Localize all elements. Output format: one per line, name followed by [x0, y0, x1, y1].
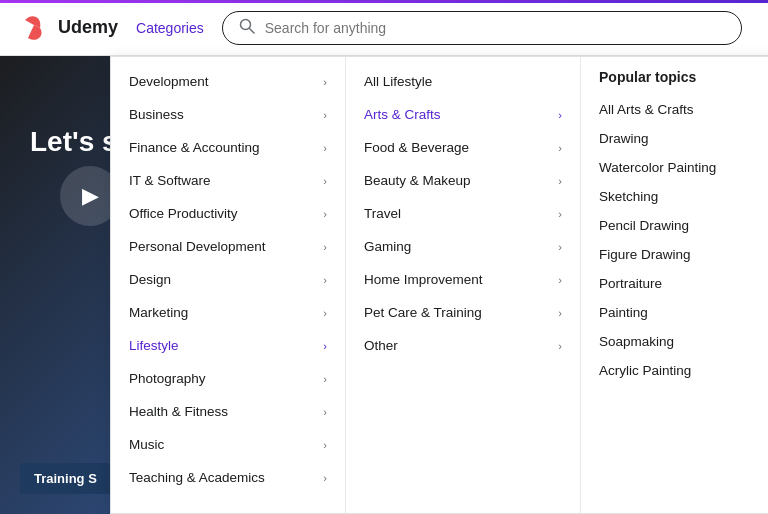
popular-topics-col: Popular topics All Arts & CraftsDrawingW…	[581, 57, 768, 513]
sidebar-item-lifestyle[interactable]: Lifestyle›	[111, 329, 345, 362]
categories-nav[interactable]: Categories	[136, 20, 204, 36]
chevron-right-icon: ›	[323, 406, 327, 418]
sidebar-item-photography[interactable]: Photography›	[111, 362, 345, 395]
chevron-right-icon: ›	[558, 307, 562, 319]
sidebar-item-office-productivity[interactable]: Office Productivity›	[111, 197, 345, 230]
popular-topics-header: Popular topics	[581, 69, 768, 95]
sidebar-item-business[interactable]: Business›	[111, 98, 345, 131]
chevron-right-icon: ›	[558, 340, 562, 352]
lifestyle-item-home-improvement[interactable]: Home Improvement›	[346, 263, 580, 296]
popular-item-portraiture[interactable]: Portraiture	[581, 269, 768, 298]
sidebar-item-music[interactable]: Music›	[111, 428, 345, 461]
sidebar-item-development[interactable]: Development›	[111, 65, 345, 98]
svg-line-1	[249, 28, 254, 33]
sidebar-item-personal-development[interactable]: Personal Development›	[111, 230, 345, 263]
lifestyle-item-gaming[interactable]: Gaming›	[346, 230, 580, 263]
chevron-right-icon: ›	[323, 109, 327, 121]
search-icon	[239, 18, 255, 38]
chevron-right-icon: ›	[323, 472, 327, 484]
popular-item-figure-drawing[interactable]: Figure Drawing	[581, 240, 768, 269]
chevron-right-icon: ›	[323, 76, 327, 88]
popular-item-soapmaking[interactable]: Soapmaking	[581, 327, 768, 356]
popular-item-sketching[interactable]: Sketching	[581, 182, 768, 211]
search-input[interactable]	[265, 20, 725, 36]
chevron-right-icon: ›	[558, 241, 562, 253]
lifestyle-item-travel[interactable]: Travel›	[346, 197, 580, 230]
chevron-right-icon: ›	[323, 340, 327, 352]
popular-item-painting[interactable]: Painting	[581, 298, 768, 327]
sidebar-item-teaching--academics[interactable]: Teaching & Academics›	[111, 461, 345, 494]
chevron-right-icon: ›	[323, 274, 327, 286]
lifestyle-item-all-lifestyle[interactable]: All Lifestyle	[346, 65, 580, 98]
chevron-right-icon: ›	[558, 109, 562, 121]
sidebar-item-marketing[interactable]: Marketing›	[111, 296, 345, 329]
sidebar-item-it--software[interactable]: IT & Software›	[111, 164, 345, 197]
popular-item-drawing[interactable]: Drawing	[581, 124, 768, 153]
popular-item-all-arts--crafts[interactable]: All Arts & Crafts	[581, 95, 768, 124]
udemy-logo-icon	[20, 12, 52, 44]
lifestyle-item-pet-care--training[interactable]: Pet Care & Training›	[346, 296, 580, 329]
chevron-right-icon: ›	[558, 274, 562, 286]
chevron-right-icon: ›	[323, 307, 327, 319]
hero-title: Let's s	[30, 126, 118, 158]
popular-item-acrylic-painting[interactable]: Acrylic Painting	[581, 356, 768, 385]
search-bar	[222, 11, 742, 45]
chevron-right-icon: ›	[323, 142, 327, 154]
lifestyle-item-food--beverage[interactable]: Food & Beverage›	[346, 131, 580, 164]
categories-dropdown: Development›Business›Finance & Accountin…	[110, 56, 768, 514]
training-badge: Training S	[20, 463, 111, 494]
sidebar-item-finance--accounting[interactable]: Finance & Accounting›	[111, 131, 345, 164]
chevron-right-icon: ›	[558, 208, 562, 220]
lifestyle-item-other[interactable]: Other›	[346, 329, 580, 362]
chevron-right-icon: ›	[323, 208, 327, 220]
chevron-right-icon: ›	[323, 241, 327, 253]
chevron-right-icon: ›	[323, 373, 327, 385]
lifestyle-item-beauty--makeup[interactable]: Beauty & Makeup›	[346, 164, 580, 197]
hero-content: Let's s	[30, 126, 118, 158]
main-categories-col: Development›Business›Finance & Accountin…	[111, 57, 346, 513]
lifestyle-subcategories-col: All LifestyleArts & Crafts›Food & Bevera…	[346, 57, 581, 513]
popular-item-watercolor-painting[interactable]: Watercolor Painting	[581, 153, 768, 182]
logo-text: Udemy	[58, 17, 118, 38]
top-accent-bar	[0, 0, 768, 3]
chevron-right-icon: ›	[323, 175, 327, 187]
sidebar-item-design[interactable]: Design›	[111, 263, 345, 296]
lifestyle-item-arts--crafts[interactable]: Arts & Crafts›	[346, 98, 580, 131]
chevron-right-icon: ›	[558, 142, 562, 154]
chevron-right-icon: ›	[558, 175, 562, 187]
sidebar-item-health--fitness[interactable]: Health & Fitness›	[111, 395, 345, 428]
chevron-right-icon: ›	[323, 439, 327, 451]
logo[interactable]: Udemy	[20, 12, 118, 44]
header: Udemy Categories	[0, 0, 768, 56]
popular-item-pencil-drawing[interactable]: Pencil Drawing	[581, 211, 768, 240]
